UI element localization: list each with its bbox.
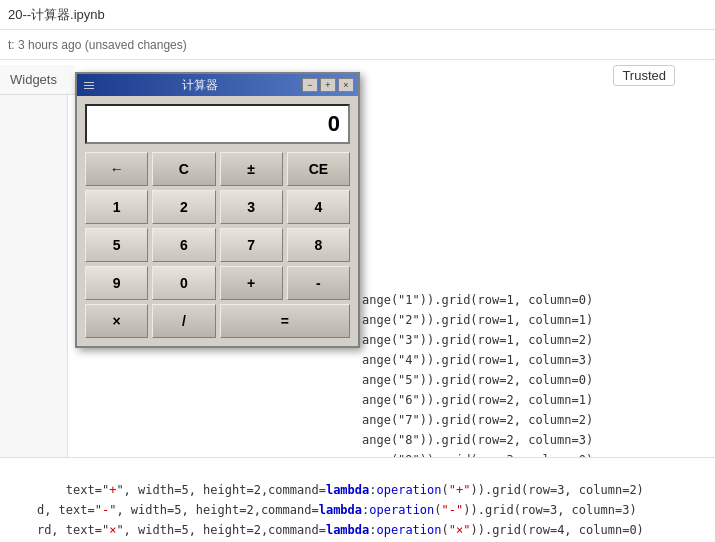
calc-title-text: 计算器 (97, 77, 302, 94)
calc-title-bar: 计算器 − + × (77, 74, 358, 96)
widgets-bar: Widgets (0, 65, 75, 95)
calc-close-button[interactable]: × (338, 78, 354, 92)
calculator-window: 计算器 − + × 0 ← C ± CE 1 2 3 4 5 6 7 8 9 0… (75, 72, 360, 348)
calc-0-button[interactable]: 0 (152, 266, 215, 300)
calc-backspace-button[interactable]: ← (85, 152, 148, 186)
calc-divide-button[interactable]: / (152, 304, 215, 338)
calc-9-button[interactable]: 9 (85, 266, 148, 300)
calc-plus-button[interactable]: + (220, 266, 283, 300)
calc-display-value: 0 (328, 111, 340, 137)
grid-line-2: ange("2")).grid(row=1, column=1) (358, 310, 593, 330)
calc-1-button[interactable]: 1 (85, 190, 148, 224)
saved-status: t: 3 hours ago (unsaved changes) (8, 38, 187, 52)
calc-display: 0 (85, 104, 350, 144)
calc-8-button[interactable]: 8 (287, 228, 350, 262)
grid-line-5: ange("5")).grid(row=2, column=0) (358, 370, 593, 390)
calc-6-button[interactable]: 6 (152, 228, 215, 262)
notebook-title-bar: 20--计算器.ipynb (0, 0, 715, 30)
bottom-code-area: text="+", width=5, height=2,command=lamb… (0, 457, 715, 542)
grid-line-1: ange("1")).grid(row=1, column=0) (358, 290, 593, 310)
calc-minus-button[interactable]: - (287, 266, 350, 300)
calc-minimize-button[interactable]: − (302, 78, 318, 92)
grid-line-8: ange("8")).grid(row=2, column=3) (358, 430, 593, 450)
notebook-toolbar: t: 3 hours ago (unsaved changes) (0, 30, 715, 60)
calc-2-button[interactable]: 2 (152, 190, 215, 224)
widgets-label: Widgets (10, 72, 57, 87)
calc-equals-button[interactable]: = (220, 304, 351, 338)
calc-display-area: 0 (77, 96, 358, 148)
calc-menu-icon (81, 80, 97, 91)
calc-ce-button[interactable]: CE (287, 152, 350, 186)
trusted-badge[interactable]: Trusted (613, 65, 675, 86)
grid-line-3: ange("3")).grid(row=1, column=2) (358, 330, 593, 350)
calc-maximize-button[interactable]: + (320, 78, 336, 92)
calc-5-button[interactable]: 5 (85, 228, 148, 262)
notebook-title: 20--计算器.ipynb (8, 6, 105, 24)
calc-title-buttons: − + × (302, 78, 354, 92)
calc-4-button[interactable]: 4 (287, 190, 350, 224)
grid-line-6: ange("6")).grid(row=2, column=1) (358, 390, 593, 410)
calc-clear-button[interactable]: C (152, 152, 215, 186)
calc-multiply-button[interactable]: × (85, 304, 148, 338)
bottom-line-1: text="+", width=5, height=2,command=lamb… (4, 460, 715, 480)
grid-line-7: ange("7")).grid(row=2, column=2) (358, 410, 593, 430)
grid-line-4: ange("4")).grid(row=1, column=3) (358, 350, 593, 370)
calc-3-button[interactable]: 3 (220, 190, 283, 224)
calc-button-grid: ← C ± CE 1 2 3 4 5 6 7 8 9 0 + - × / = (77, 148, 358, 346)
calc-plusminus-button[interactable]: ± (220, 152, 283, 186)
calc-7-button[interactable]: 7 (220, 228, 283, 262)
